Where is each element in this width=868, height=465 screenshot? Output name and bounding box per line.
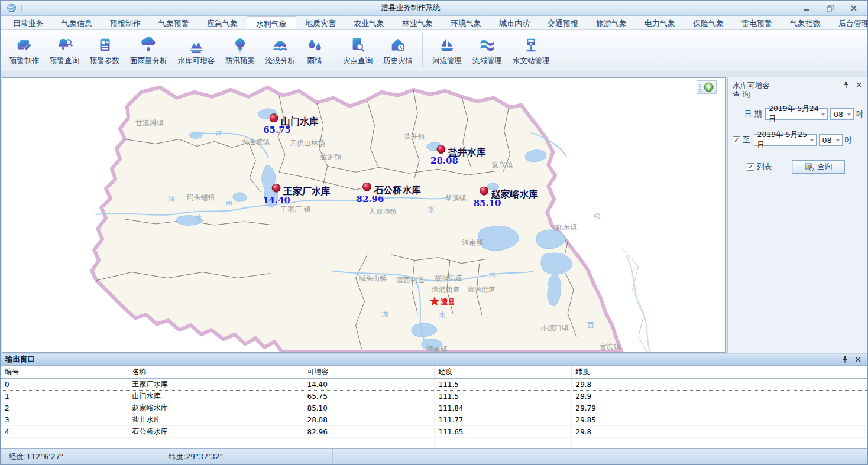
tool-button-label: 雨情 xyxy=(307,56,322,66)
menu-tab-农业气象[interactable]: 农业气象 xyxy=(345,16,393,29)
tool-button-预警制作[interactable]: 预警制作 xyxy=(4,33,44,67)
neighbor-boundary xyxy=(622,249,647,352)
menu-tab-林业气象[interactable]: 林业气象 xyxy=(393,16,442,29)
area-rain-icon xyxy=(140,36,157,54)
tool-button-label: 水文站管理 xyxy=(513,56,550,66)
tool-button-预警参数[interactable]: 预警参数 xyxy=(85,33,125,67)
tool-button-水库可增容[interactable]: 水库可增容 xyxy=(173,33,221,67)
title-bar: | 澧县业务制作系统 xyxy=(1,1,867,16)
chevron-down-icon xyxy=(821,113,825,116)
reservoir-value: 85.10 xyxy=(474,198,501,209)
tool-button-历史灾情[interactable]: 历史灾情 xyxy=(378,33,418,67)
tool-button-流域管理[interactable]: 流域管理 xyxy=(467,33,507,67)
tool-button-河流管理[interactable]: 河流管理 xyxy=(427,33,467,67)
menu-tab-水利气象[interactable]: 水利气象 xyxy=(247,16,296,29)
column-header-编号[interactable]: 编号 xyxy=(1,366,128,379)
output-close-icon[interactable] xyxy=(854,356,861,363)
table-row[interactable]: 1山门水库65.75111.529.9 xyxy=(1,391,867,402)
menu-tab-地质灾害[interactable]: 地质灾害 xyxy=(296,16,345,29)
table-row[interactable]: 3盐井水库28.08111.7729.85 xyxy=(1,414,867,426)
menu-tab-气象预警[interactable]: 气象预警 xyxy=(150,16,198,29)
menu-tab-雷电预警[interactable]: 雷电预警 xyxy=(733,16,781,29)
reservoir-marker-山门水库[interactable] xyxy=(270,114,278,122)
inundation-icon xyxy=(271,36,289,54)
chevron-down-icon xyxy=(835,139,840,142)
river-label: 涔 xyxy=(168,195,176,203)
town-label: 盐井镇 xyxy=(404,132,425,141)
basin-mgmt-icon xyxy=(478,36,496,54)
tool-button-预警查询[interactable]: 预警查询 xyxy=(44,33,85,67)
to-checkbox[interactable]: ✓ xyxy=(733,136,740,144)
date-to-select[interactable]: 2019年 5月25日 xyxy=(754,134,817,146)
column-header-名称[interactable]: 名称 xyxy=(128,366,303,379)
reservoir-marker-盐井水库[interactable] xyxy=(437,145,445,154)
minimize-button[interactable] xyxy=(799,4,814,13)
menu-tab-城市内涝[interactable]: 城市内涝 xyxy=(490,16,539,29)
pin-icon[interactable] xyxy=(841,356,848,363)
tool-button-灾点查询[interactable]: 灾点查询 xyxy=(338,33,378,67)
town-label: 如东镇 xyxy=(556,223,577,231)
tool-button-label: 预警查询 xyxy=(50,56,79,66)
toolbar-separator xyxy=(422,33,423,67)
menu-tab-应急气象[interactable]: 应急气象 xyxy=(198,16,247,29)
menu-tab-环境气象[interactable]: 环境气象 xyxy=(442,16,490,29)
close-button[interactable] xyxy=(846,4,861,13)
tool-button-雨情[interactable]: 雨情 xyxy=(300,33,329,67)
reservoir-value: 82.96 xyxy=(357,194,384,204)
zoom-in-icon xyxy=(704,82,714,92)
tool-button-label: 面雨量分析 xyxy=(130,56,167,66)
hour-to-select[interactable]: 08 xyxy=(819,134,843,146)
flood-plan-icon xyxy=(231,36,249,54)
menu-tab-预报制作[interactable]: 预报制作 xyxy=(101,16,150,29)
tool-button-淹没分析[interactable]: 淹没分析 xyxy=(260,33,300,67)
panel-close-icon[interactable] xyxy=(856,81,863,89)
map-canvas[interactable]: 甘溪滩镇火连坡镇天供山林场金罗镇盐井镇复兴镇码头铺镇王家厂 镇大堰垱镇梦溪镇涔南… xyxy=(2,77,726,353)
tool-button-label: 流域管理 xyxy=(472,56,502,66)
menu-tab-旅游气象[interactable]: 旅游气象 xyxy=(587,16,636,29)
reservoir-marker-王家厂水库[interactable] xyxy=(272,184,280,192)
tool-button-防汛预案[interactable]: 防汛预案 xyxy=(220,33,260,67)
map-zoom-button[interactable] xyxy=(697,80,717,94)
menu-tab-气象信息[interactable]: 气象信息 xyxy=(53,16,101,29)
table-row[interactable]: 4石公桥水库82.96111.6529.8 xyxy=(1,426,867,438)
town-label: 金罗镇 xyxy=(320,152,342,161)
town-label: 澧西街道 xyxy=(396,276,425,284)
list-query-row: ✓ 列表 查询 xyxy=(747,160,845,174)
query-button[interactable]: 查询 xyxy=(792,160,845,174)
list-checkbox[interactable]: ✓ xyxy=(747,163,754,171)
alert-make-icon xyxy=(15,36,33,54)
menu-tab-保险气象[interactable]: 保险气象 xyxy=(684,16,733,29)
menu-tab-气象指数[interactable]: 气象指数 xyxy=(781,16,830,29)
tool-button-水文站管理[interactable]: 水文站管理 xyxy=(507,33,555,67)
reservoir-marker-石公桥水库[interactable] xyxy=(363,183,371,191)
column-header-纬度[interactable]: 纬度 xyxy=(571,366,705,379)
hour-from-select[interactable]: 08 xyxy=(830,108,854,120)
chevron-down-icon xyxy=(809,139,814,142)
river-label: 南 xyxy=(225,198,232,206)
toolbar: 预警制作预警查询预警参数面雨量分析水库可增容防汛预案淹没分析雨情灾点查询历史灾情… xyxy=(1,30,867,71)
menu-tab-日常业务[interactable]: 日常业务 xyxy=(4,16,53,29)
menu-tab-交通预报[interactable]: 交通预报 xyxy=(539,16,587,29)
date-from-row: 日 期 2019年 5月24日 08 时 xyxy=(742,108,867,120)
menu-tab-电力气象[interactable]: 电力气象 xyxy=(636,16,684,29)
restore-button[interactable] xyxy=(822,4,838,13)
column-header-可增容[interactable]: 可增容 xyxy=(303,366,434,379)
river-label: 澹 xyxy=(381,310,388,318)
tool-button-label: 防汛预案 xyxy=(225,56,255,66)
river-label: 水 xyxy=(196,214,203,222)
pin-icon[interactable] xyxy=(843,81,850,89)
menu-tab-后台管理[interactable]: 后台管理 xyxy=(830,16,868,29)
reservoir-marker-赵家峪水库[interactable] xyxy=(480,187,488,195)
county-map[interactable]: 甘溪滩镇火连坡镇天供山林场金罗镇盐井镇复兴镇码头铺镇王家厂 镇大堰垱镇梦溪镇涔南… xyxy=(2,78,725,352)
tool-button-面雨量分析[interactable]: 面雨量分析 xyxy=(125,33,173,67)
table-header-row: 编号名称可增容经度纬度 xyxy=(1,366,867,379)
date-from-select[interactable]: 2019年 5月24日 xyxy=(765,108,828,120)
table-row[interactable]: 0王家厂水库14.40111.529.8 xyxy=(1,379,867,391)
county-boundary-line xyxy=(92,87,621,352)
town-label: 涔南镇 xyxy=(462,238,484,246)
query-table-icon xyxy=(805,163,814,171)
status-longitude: 经度:112°6'27" xyxy=(1,449,160,464)
column-header-经度[interactable]: 经度 xyxy=(434,366,571,379)
tool-button-label: 灾点查询 xyxy=(343,56,373,66)
table-row[interactable]: 2赵家峪水库85.10111.8429.79 xyxy=(1,402,867,414)
